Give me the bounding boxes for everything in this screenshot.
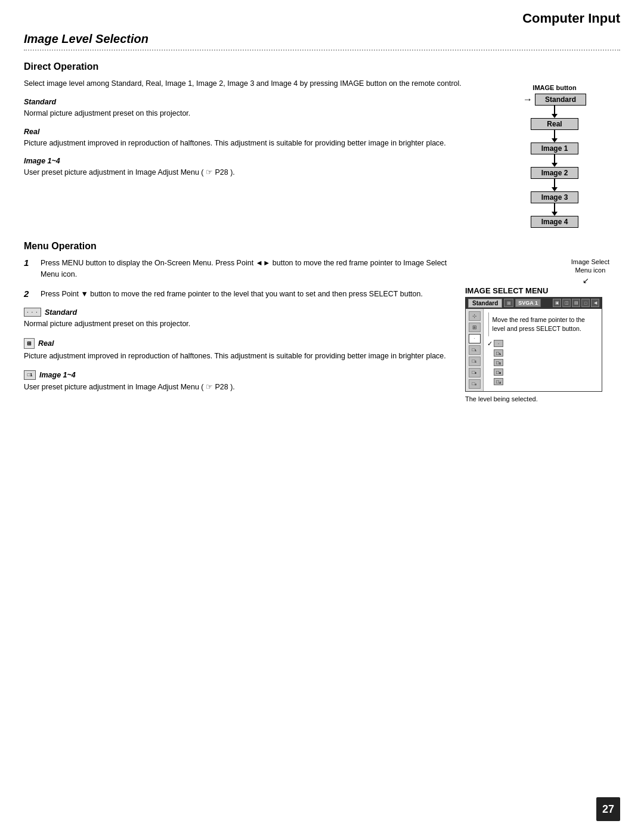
ism-ic3: ▤ (572, 299, 580, 307)
image-select-menu-box: Standard ⊞ SVGA 1 ▣ ◫ ▤ □ ◀ (465, 297, 602, 392)
ism-side-img4: □₄ (469, 379, 481, 389)
standard-term: Standard (24, 98, 477, 106)
image-button-label: IMAGE button (532, 84, 576, 91)
ism-ic4: □ (581, 299, 590, 307)
direct-operation-body: Select image level among Standard, Real,… (24, 78, 477, 89)
image14-desc: User preset picture adjustment in Image … (24, 167, 477, 178)
connector-img2-img3 (552, 179, 558, 191)
step-2-number: 2 (24, 289, 35, 300)
step-1: 1 Press MENU button to display the On-Sc… (24, 258, 453, 280)
level-img4-box: Image 4 (531, 216, 578, 228)
standard-icon-label: Standard (45, 308, 77, 317)
ism-callout-text: Move the red frame pointer to the level … (493, 315, 599, 333)
image14-term: Image 1~4 (24, 157, 477, 165)
standard-icon-row: · · · Standard (24, 308, 453, 317)
ism-sidebar: ⊹ ⊞ · □₁ □₂ □₃ □₄ (466, 309, 484, 391)
direct-operation-left: Select image level among Standard, Real,… (24, 78, 477, 228)
real-icon-row: ⊞ Real (24, 338, 453, 349)
level-img1-box: Image 1 (531, 143, 578, 154)
level-row-img4: □₄ (494, 378, 503, 385)
image-select-menu-title: IMAGE SELECT MENU (465, 286, 620, 295)
ism-side-real: ⊞ (469, 323, 481, 332)
step-2: 2 Press Point ▼ button to move the red f… (24, 289, 453, 300)
image14-icon-row: □1 Image 1~4 (24, 370, 453, 380)
level-standard-box: Standard (535, 94, 586, 106)
direct-operation-right: IMAGE button → Standard Real Image 1 (489, 78, 620, 228)
ism-bottom-label: The level being selected. (465, 395, 620, 402)
arrow-right-icon: → (523, 94, 532, 105)
image-button-diagram: IMAGE button → Standard Real Image 1 (489, 84, 620, 228)
menu-icon-label: Image SelectMenu icon (571, 258, 609, 275)
level-img2-box: Image 2 (531, 167, 578, 179)
ism-ic2: ◫ (562, 299, 571, 307)
level-row-img1: □₁ (494, 349, 503, 357)
level-row-img3: □₃ (494, 368, 503, 376)
menu-operation-right: Image SelectMenu icon ↙ IMAGE SELECT MEN… (465, 258, 620, 402)
ism-main-area: Move the red frame pointer to the level … (484, 309, 602, 391)
menu-icon-arrow: ↙ (583, 276, 589, 285)
menu-real-desc: Picture adjustment improved in reproduct… (24, 351, 453, 362)
menu-operation-left: 1 Press MENU button to display the On-Sc… (24, 258, 453, 402)
real-desc: Picture adjustment improved in reproduct… (24, 138, 477, 149)
divider (24, 49, 620, 51)
ism-icon1: ⊞ (504, 299, 513, 307)
menu-operation-section: Menu Operation 1 Press MENU button to di… (24, 241, 620, 402)
standard-desc: Normal picture adjustment preset on this… (24, 108, 477, 119)
ism-side-std: · (469, 334, 481, 343)
real-icon: ⊞ (24, 338, 35, 349)
level-row-std: · (494, 340, 503, 347)
ism-svga-label: SVGA 1 (515, 299, 541, 307)
image14-icon-label: Image 1~4 (39, 371, 76, 379)
step-2-text: Press Point ▼ button to move the red fra… (41, 289, 423, 300)
ism-header-icons: ▣ ◫ ▤ □ ◀ (553, 299, 599, 307)
level-img3-box: Image 3 (531, 191, 578, 203)
ism-body: ⊹ ⊞ · □₁ □₂ □₃ □₄ (466, 309, 602, 391)
page-number: 27 (596, 797, 620, 821)
image1-icon: □1 (24, 370, 36, 380)
ism-side-img3: □₃ (469, 368, 481, 377)
ism-ic5: ◀ (591, 299, 599, 307)
menu-standard-desc: Normal picture adjustment preset on this… (24, 318, 453, 330)
level-row-img2: □₂ (494, 359, 503, 366)
connector-real-img1 (552, 130, 558, 143)
connector-img3-img4 (552, 203, 558, 216)
ism-side-move: ⊹ (469, 311, 481, 321)
selected-checkmark: ✓ (487, 340, 493, 348)
ism-ic1: ▣ (553, 299, 561, 307)
connector-standard-real (552, 106, 558, 118)
step-1-text: Press MENU button to display the On-Scre… (41, 258, 453, 280)
header-title: Computer Input (522, 11, 620, 26)
ism-side-img2: □₂ (469, 357, 481, 366)
direct-operation-title: Direct Operation (24, 61, 620, 72)
ism-side-img1: □₁ (469, 345, 481, 355)
connector-img1-img2 (552, 154, 558, 167)
standard-dots-icon: · · · (24, 308, 41, 317)
menu-operation-title: Menu Operation (24, 241, 620, 252)
menu-image14-desc: User preset picture adjustment in Image … (24, 382, 453, 393)
step-1-number: 1 (24, 258, 35, 280)
page-header: Computer Input (0, 0, 644, 32)
real-term: Real (24, 128, 477, 136)
ism-header: Standard ⊞ SVGA 1 ▣ ◫ ▤ □ ◀ (466, 298, 602, 309)
real-icon-label: Real (38, 339, 54, 348)
level-real-box: Real (531, 118, 578, 130)
ism-std-label: Standard (468, 299, 502, 308)
section-title: Image Level Selection (24, 32, 620, 46)
